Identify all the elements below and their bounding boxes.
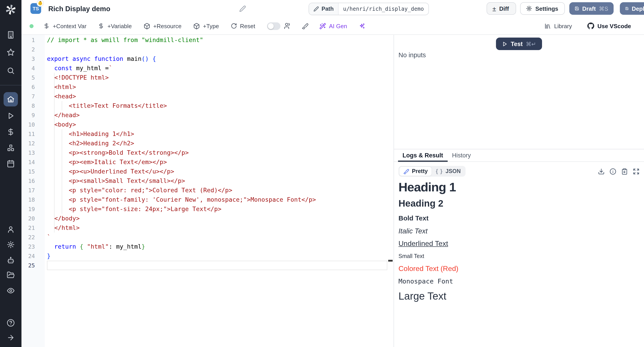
line-number: 10 [22, 120, 35, 129]
result-item-red: Colored Text (Red) [398, 265, 640, 273]
audit-eye-icon[interactable] [7, 287, 15, 295]
line-number: 3 [22, 54, 35, 64]
sidebar-item-home[interactable] [4, 92, 18, 106]
draft-button[interactable]: Draft ⌘S [569, 2, 614, 15]
editor-toolbar: +Context Var +Variable +Resource +Type R… [22, 18, 644, 35]
sidebar-divider [0, 85, 22, 86]
result-toolbar: Pretty { } JSON [398, 166, 640, 177]
line-number: 4 [22, 64, 35, 73]
windmill-logo-icon[interactable] [5, 4, 17, 16]
result-item-bold: Bold Text [398, 214, 640, 222]
line-number: 22 [22, 232, 35, 242]
test-button[interactable]: Test ⌘↵ [496, 38, 542, 50]
dollar-icon [44, 23, 50, 29]
runs-play-icon[interactable] [7, 112, 15, 120]
result-tabs: Logs & Result History [394, 149, 644, 162]
code-line-10: <body> [47, 120, 387, 129]
code-lines[interactable]: // import * as wmill from "windmill-clie… [47, 35, 387, 270]
code-line-16: <p><small>Small Text</small></p> [47, 176, 387, 186]
user-icon[interactable] [7, 225, 15, 234]
collapse-arrow-right-icon[interactable] [7, 334, 15, 342]
help-icon[interactable] [7, 319, 15, 327]
result-item-small: Small Text [398, 253, 640, 260]
plus-minus-icon: ± [492, 5, 496, 12]
path-control[interactable]: Path u/henri/rich_display_demo [308, 3, 429, 15]
result-item-h1: Heading 1 [398, 180, 640, 194]
download-icon[interactable] [598, 168, 605, 174]
code-line-9: </head> [47, 110, 387, 120]
code-editor[interactable]: 1234567891011121314151617181920212223242… [22, 35, 394, 347]
line-number: 20 [22, 214, 35, 223]
package-icon [193, 22, 200, 29]
star-icon[interactable] [7, 48, 15, 56]
view-toggle-pretty[interactable]: Pretty [399, 167, 432, 176]
code-line-4: const my_html =` [47, 64, 387, 73]
path-value[interactable]: u/henri/rich_display_demo [338, 3, 428, 15]
path-label-segment[interactable]: Path [309, 3, 338, 15]
code-line-11: <h1>Heading 1</h1> [47, 129, 387, 138]
add-variable-button[interactable]: +Variable [98, 22, 132, 29]
ai-gen-button[interactable]: AI Gen [319, 22, 347, 29]
search-icon[interactable] [7, 67, 15, 75]
line-number: 6 [22, 82, 35, 92]
add-resource-button[interactable]: +Resource [143, 22, 181, 29]
workers-bot-icon[interactable] [7, 256, 15, 264]
tab-history[interactable]: History [448, 149, 476, 162]
clipboard-copy-icon[interactable] [621, 168, 628, 174]
reset-button[interactable]: Reset [230, 22, 255, 29]
resources-boxes-icon[interactable] [7, 144, 15, 152]
variables-dollar-icon[interactable] [7, 128, 15, 136]
indent-guide [62, 129, 62, 214]
pencil-icon [314, 6, 319, 12]
result-item-h2: Heading 2 [398, 198, 640, 209]
status-dot [30, 24, 34, 28]
wand-icon [319, 22, 326, 29]
play-icon [502, 41, 508, 47]
expand-icon[interactable] [633, 168, 640, 174]
use-vscode-button[interactable]: Use VScode [587, 22, 631, 30]
code-line-22: ` [47, 232, 387, 242]
indent-guide [54, 73, 54, 232]
folders-icon[interactable] [7, 271, 15, 279]
diff-button[interactable]: ± Diff [486, 2, 516, 15]
line-number: 9 [22, 110, 35, 120]
info-icon[interactable] [610, 168, 616, 174]
no-inputs-label: No inputs [398, 52, 426, 58]
tab-logs-result[interactable]: Logs & Result [398, 149, 448, 162]
line-number: 18 [22, 195, 35, 204]
line-number: 7 [22, 92, 35, 101]
editor-gutter: 1234567891011121314151617181920212223242… [22, 35, 45, 347]
code-line-3: export async function main() { [47, 54, 387, 64]
left-sidebar [0, 0, 22, 347]
add-type-button[interactable]: +Type [193, 22, 219, 29]
indent-guide [62, 101, 62, 110]
multiplayer-users-icon[interactable] [284, 22, 291, 30]
settings-gear-icon[interactable] [7, 240, 15, 248]
save-icon [575, 5, 579, 12]
code-line-23: return { "html": my_html} [47, 242, 387, 251]
ai-sparkles-icon[interactable] [359, 22, 366, 29]
building-icon[interactable] [7, 31, 15, 39]
code-line-13: <p><strong>Bold Text</strong></p> [47, 148, 387, 158]
toggle-knob [268, 23, 274, 29]
line-number: 23 [22, 242, 35, 251]
multiplayer-toggle[interactable] [267, 22, 280, 30]
settings-button[interactable]: Settings [520, 2, 565, 15]
code-line-12: <h2>Heading 2</h2> [47, 138, 387, 148]
deploy-button[interactable]: Deploy [620, 2, 644, 15]
library-button[interactable]: Library [544, 22, 572, 29]
code-line-21: </html> [47, 223, 387, 232]
view-toggle-json[interactable]: { } JSON [432, 167, 465, 176]
line-number: 14 [22, 158, 35, 167]
dollar-icon [98, 23, 104, 29]
add-context-var-button[interactable]: +Context Var [44, 22, 86, 29]
package-icon [143, 22, 150, 29]
schedules-calendar-icon[interactable] [7, 160, 15, 168]
code-line-19: <p style="font-size: 24px;">Large Text</… [47, 204, 387, 214]
typescript-badge: TS 👶 [30, 3, 41, 14]
home-icon [7, 95, 15, 103]
format-brush-icon[interactable] [302, 22, 308, 29]
result-item-mono: Monospace Font [398, 278, 640, 285]
line-number: 16 [22, 176, 35, 186]
edit-summary-pencil-icon[interactable] [239, 5, 246, 12]
